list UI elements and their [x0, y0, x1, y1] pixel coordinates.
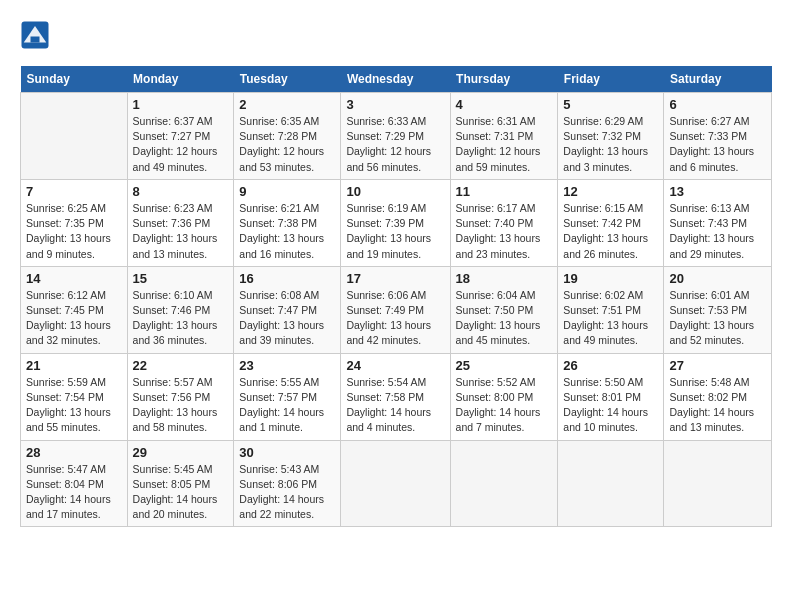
- calendar-cell: [341, 440, 450, 527]
- day-info: Sunrise: 6:27 AM Sunset: 7:33 PM Dayligh…: [669, 114, 766, 175]
- calendar-cell: 12Sunrise: 6:15 AM Sunset: 7:42 PM Dayli…: [558, 179, 664, 266]
- svg-rect-2: [31, 37, 40, 43]
- weekday-header-monday: Monday: [127, 66, 234, 93]
- calendar-cell: 20Sunrise: 6:01 AM Sunset: 7:53 PM Dayli…: [664, 266, 772, 353]
- day-number: 1: [133, 97, 229, 112]
- day-number: 6: [669, 97, 766, 112]
- calendar-cell: [21, 93, 128, 180]
- day-number: 10: [346, 184, 444, 199]
- day-number: 23: [239, 358, 335, 373]
- day-info: Sunrise: 5:47 AM Sunset: 8:04 PM Dayligh…: [26, 462, 122, 523]
- calendar-cell: 3Sunrise: 6:33 AM Sunset: 7:29 PM Daylig…: [341, 93, 450, 180]
- day-number: 8: [133, 184, 229, 199]
- day-number: 26: [563, 358, 658, 373]
- calendar-cell: 15Sunrise: 6:10 AM Sunset: 7:46 PM Dayli…: [127, 266, 234, 353]
- calendar-cell: 30Sunrise: 5:43 AM Sunset: 8:06 PM Dayli…: [234, 440, 341, 527]
- day-info: Sunrise: 6:33 AM Sunset: 7:29 PM Dayligh…: [346, 114, 444, 175]
- logo-icon: [20, 20, 50, 50]
- weekday-header-tuesday: Tuesday: [234, 66, 341, 93]
- calendar-cell: 23Sunrise: 5:55 AM Sunset: 7:57 PM Dayli…: [234, 353, 341, 440]
- page-header: [20, 20, 772, 50]
- calendar-cell: 25Sunrise: 5:52 AM Sunset: 8:00 PM Dayli…: [450, 353, 558, 440]
- weekday-header-thursday: Thursday: [450, 66, 558, 93]
- calendar-cell: 6Sunrise: 6:27 AM Sunset: 7:33 PM Daylig…: [664, 93, 772, 180]
- calendar-cell: 19Sunrise: 6:02 AM Sunset: 7:51 PM Dayli…: [558, 266, 664, 353]
- day-number: 14: [26, 271, 122, 286]
- day-info: Sunrise: 6:06 AM Sunset: 7:49 PM Dayligh…: [346, 288, 444, 349]
- calendar-cell: 1Sunrise: 6:37 AM Sunset: 7:27 PM Daylig…: [127, 93, 234, 180]
- day-info: Sunrise: 5:45 AM Sunset: 8:05 PM Dayligh…: [133, 462, 229, 523]
- day-number: 5: [563, 97, 658, 112]
- day-number: 13: [669, 184, 766, 199]
- day-info: Sunrise: 6:02 AM Sunset: 7:51 PM Dayligh…: [563, 288, 658, 349]
- day-info: Sunrise: 6:29 AM Sunset: 7:32 PM Dayligh…: [563, 114, 658, 175]
- day-info: Sunrise: 5:59 AM Sunset: 7:54 PM Dayligh…: [26, 375, 122, 436]
- day-number: 29: [133, 445, 229, 460]
- day-info: Sunrise: 6:31 AM Sunset: 7:31 PM Dayligh…: [456, 114, 553, 175]
- day-number: 17: [346, 271, 444, 286]
- day-number: 24: [346, 358, 444, 373]
- day-info: Sunrise: 6:35 AM Sunset: 7:28 PM Dayligh…: [239, 114, 335, 175]
- calendar-cell: 2Sunrise: 6:35 AM Sunset: 7:28 PM Daylig…: [234, 93, 341, 180]
- weekday-header-saturday: Saturday: [664, 66, 772, 93]
- day-number: 7: [26, 184, 122, 199]
- calendar-cell: 17Sunrise: 6:06 AM Sunset: 7:49 PM Dayli…: [341, 266, 450, 353]
- day-info: Sunrise: 5:52 AM Sunset: 8:00 PM Dayligh…: [456, 375, 553, 436]
- day-info: Sunrise: 6:04 AM Sunset: 7:50 PM Dayligh…: [456, 288, 553, 349]
- day-info: Sunrise: 6:23 AM Sunset: 7:36 PM Dayligh…: [133, 201, 229, 262]
- weekday-header-row: SundayMondayTuesdayWednesdayThursdayFrid…: [21, 66, 772, 93]
- day-number: 21: [26, 358, 122, 373]
- day-info: Sunrise: 5:57 AM Sunset: 7:56 PM Dayligh…: [133, 375, 229, 436]
- day-number: 22: [133, 358, 229, 373]
- day-number: 30: [239, 445, 335, 460]
- calendar-cell: 24Sunrise: 5:54 AM Sunset: 7:58 PM Dayli…: [341, 353, 450, 440]
- calendar-cell: 10Sunrise: 6:19 AM Sunset: 7:39 PM Dayli…: [341, 179, 450, 266]
- calendar-cell: 29Sunrise: 5:45 AM Sunset: 8:05 PM Dayli…: [127, 440, 234, 527]
- day-info: Sunrise: 6:08 AM Sunset: 7:47 PM Dayligh…: [239, 288, 335, 349]
- day-info: Sunrise: 6:37 AM Sunset: 7:27 PM Dayligh…: [133, 114, 229, 175]
- calendar-cell: 4Sunrise: 6:31 AM Sunset: 7:31 PM Daylig…: [450, 93, 558, 180]
- weekday-header-friday: Friday: [558, 66, 664, 93]
- week-row-1: 1Sunrise: 6:37 AM Sunset: 7:27 PM Daylig…: [21, 93, 772, 180]
- calendar-cell: 26Sunrise: 5:50 AM Sunset: 8:01 PM Dayli…: [558, 353, 664, 440]
- logo: [20, 20, 54, 50]
- day-number: 25: [456, 358, 553, 373]
- day-number: 9: [239, 184, 335, 199]
- calendar-cell: 22Sunrise: 5:57 AM Sunset: 7:56 PM Dayli…: [127, 353, 234, 440]
- calendar-cell: 11Sunrise: 6:17 AM Sunset: 7:40 PM Dayli…: [450, 179, 558, 266]
- day-number: 16: [239, 271, 335, 286]
- day-number: 28: [26, 445, 122, 460]
- calendar-cell: 27Sunrise: 5:48 AM Sunset: 8:02 PM Dayli…: [664, 353, 772, 440]
- day-info: Sunrise: 6:01 AM Sunset: 7:53 PM Dayligh…: [669, 288, 766, 349]
- calendar-cell: [558, 440, 664, 527]
- day-info: Sunrise: 5:48 AM Sunset: 8:02 PM Dayligh…: [669, 375, 766, 436]
- calendar-cell: 18Sunrise: 6:04 AM Sunset: 7:50 PM Dayli…: [450, 266, 558, 353]
- week-row-3: 14Sunrise: 6:12 AM Sunset: 7:45 PM Dayli…: [21, 266, 772, 353]
- calendar-cell: 8Sunrise: 6:23 AM Sunset: 7:36 PM Daylig…: [127, 179, 234, 266]
- week-row-4: 21Sunrise: 5:59 AM Sunset: 7:54 PM Dayli…: [21, 353, 772, 440]
- day-number: 18: [456, 271, 553, 286]
- day-number: 12: [563, 184, 658, 199]
- day-info: Sunrise: 6:21 AM Sunset: 7:38 PM Dayligh…: [239, 201, 335, 262]
- weekday-header-wednesday: Wednesday: [341, 66, 450, 93]
- calendar-cell: [664, 440, 772, 527]
- day-info: Sunrise: 5:55 AM Sunset: 7:57 PM Dayligh…: [239, 375, 335, 436]
- calendar-cell: 16Sunrise: 6:08 AM Sunset: 7:47 PM Dayli…: [234, 266, 341, 353]
- calendar-cell: 21Sunrise: 5:59 AM Sunset: 7:54 PM Dayli…: [21, 353, 128, 440]
- day-info: Sunrise: 6:10 AM Sunset: 7:46 PM Dayligh…: [133, 288, 229, 349]
- weekday-header-sunday: Sunday: [21, 66, 128, 93]
- day-info: Sunrise: 6:13 AM Sunset: 7:43 PM Dayligh…: [669, 201, 766, 262]
- calendar-cell: 28Sunrise: 5:47 AM Sunset: 8:04 PM Dayli…: [21, 440, 128, 527]
- day-number: 15: [133, 271, 229, 286]
- day-info: Sunrise: 6:12 AM Sunset: 7:45 PM Dayligh…: [26, 288, 122, 349]
- day-info: Sunrise: 5:50 AM Sunset: 8:01 PM Dayligh…: [563, 375, 658, 436]
- day-number: 27: [669, 358, 766, 373]
- day-info: Sunrise: 5:43 AM Sunset: 8:06 PM Dayligh…: [239, 462, 335, 523]
- day-number: 20: [669, 271, 766, 286]
- calendar-cell: 14Sunrise: 6:12 AM Sunset: 7:45 PM Dayli…: [21, 266, 128, 353]
- week-row-2: 7Sunrise: 6:25 AM Sunset: 7:35 PM Daylig…: [21, 179, 772, 266]
- calendar-cell: [450, 440, 558, 527]
- calendar-table: SundayMondayTuesdayWednesdayThursdayFrid…: [20, 66, 772, 527]
- calendar-cell: 5Sunrise: 6:29 AM Sunset: 7:32 PM Daylig…: [558, 93, 664, 180]
- day-number: 4: [456, 97, 553, 112]
